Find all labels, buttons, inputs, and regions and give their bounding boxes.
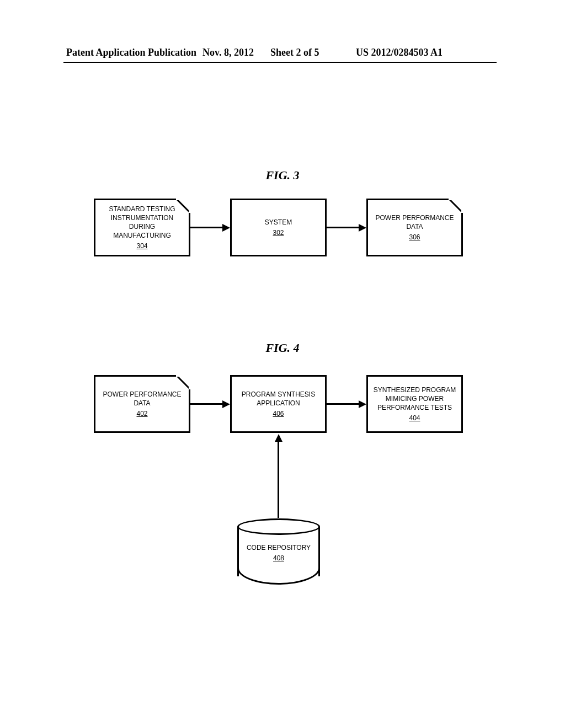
reference-number: 402 <box>136 409 147 418</box>
box-text: POWER PERFORMANCE DATA <box>95 390 189 408</box>
header-sheet: Sheet 2 of 5 <box>270 47 319 58</box>
arrow-head-icon <box>359 400 366 408</box>
reference-number: 404 <box>409 414 420 422</box>
box-text: POWER PERFORMANCE DATA <box>368 213 461 231</box>
arrow-head-icon <box>275 434 282 442</box>
cylinder-text: CODE REPOSITORY <box>237 543 320 552</box>
dog-ear-icon <box>176 375 190 389</box>
header-publication: Patent Application Publication <box>66 47 196 58</box>
arrow <box>190 403 223 405</box>
arrow <box>278 441 279 518</box>
figure-4-label: FIG. 4 <box>0 341 565 355</box>
reference-number: 406 <box>273 409 284 418</box>
dog-ear-icon <box>176 199 190 213</box>
reference-number: 302 <box>273 228 284 237</box>
arrow-head-icon <box>222 224 230 232</box>
fig4-cylinder-repository: CODE REPOSITORY 408 <box>237 518 320 585</box>
reference-number: 408 <box>273 554 284 563</box>
fig3-box-power-data: POWER PERFORMANCE DATA 306 <box>366 199 463 256</box>
dog-ear-icon <box>449 199 463 213</box>
fig3-box-testing: STANDARD TESTING INSTRUMENTATION DURING … <box>94 199 190 256</box>
fig4-box-power-data: POWER PERFORMANCE DATA 402 <box>94 375 190 433</box>
header-divider <box>63 62 497 63</box>
box-text: STANDARD TESTING INSTRUMENTATION DURING … <box>95 205 189 240</box>
fig4-box-synthesized-program: SYNTHESIZED PROGRAM MIMICING POWER PERFO… <box>366 375 463 433</box>
arrow <box>327 403 360 405</box>
reference-number: 306 <box>409 233 420 242</box>
fig4-box-synthesis-app: PROGRAM SYNTHESIS APPLICATION 406 <box>230 375 327 433</box>
fig3-box-system: SYSTEM 302 <box>230 199 327 256</box>
box-text: SYNTHESIZED PROGRAM MIMICING POWER PERFO… <box>368 386 461 413</box>
header-number: US 2012/0284503 A1 <box>356 47 443 58</box>
reference-number: 304 <box>136 242 147 250</box>
arrow <box>327 227 360 228</box>
figure-3-label: FIG. 3 <box>0 168 565 183</box>
box-text: SYSTEM <box>265 218 292 227</box>
arrow-head-icon <box>359 224 366 232</box>
box-text: PROGRAM SYNTHESIS APPLICATION <box>232 390 325 408</box>
arrow-head-icon <box>222 400 230 408</box>
header-date: Nov. 8, 2012 <box>202 47 254 58</box>
arrow <box>190 227 223 228</box>
